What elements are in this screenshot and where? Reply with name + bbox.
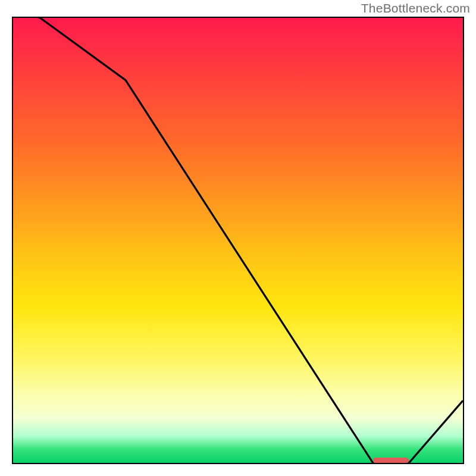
chart-stage: TheBottleneck.com	[0, 0, 476, 476]
bottleneck-curve	[13, 18, 463, 463]
optimum-marker	[373, 458, 409, 464]
watermark-text: TheBottleneck.com	[361, 1, 470, 15]
plot-area	[12, 17, 464, 464]
